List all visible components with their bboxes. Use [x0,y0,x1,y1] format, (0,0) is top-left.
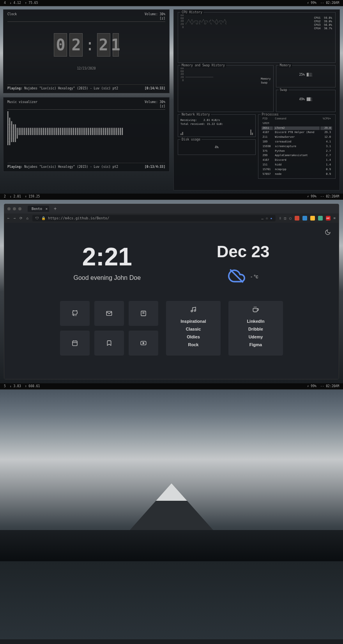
quick-links-grid [60,301,158,356]
extension-adblock-icon[interactable]: ABP [326,216,331,221]
chart-title: Disk usage [180,137,202,142]
swap-gauge: Swap 49% ▓▓░ [276,90,336,112]
theme-toggle-icon[interactable] [325,229,331,236]
net-up: ↑ 159.25 [25,195,40,198]
link-item[interactable]: Udemy [232,333,279,341]
forward-icon[interactable]: → [13,216,15,220]
bookmark-star-icon[interactable]: ★ [270,216,272,220]
disk-usage-gauge: Disk usage 4% [178,139,256,155]
memory-gauge: Memory 25% ▓░░ [276,65,336,87]
coffee-icon [232,306,279,313]
col-cpu[interactable]: %CPU▾ [320,117,332,121]
chart-title: Memory and Swap History [180,63,226,68]
bento-content: 2:21 Good evening John Doe Dec 23 - °c [4,223,339,379]
library-icon[interactable]: ⫴ [279,216,281,221]
account-icon[interactable]: ◯ [289,216,291,220]
clock-status: -- 02:20AM [320,384,339,388]
volume-label: Volume: 30% [145,12,165,16]
extension-icon[interactable] [295,216,299,221]
reader-mode-icon[interactable]: ☉ [266,216,268,220]
extension-icon[interactable] [318,216,323,221]
browser-titlebar: Bento × + [4,204,339,213]
process-row[interactable]: 15930screencapture3.1 [262,145,332,149]
process-row[interactable]: 151hidd1.4 [262,163,332,167]
browser-window: Bento × + ← → ⟳ ⌂ 🛡 🔒 https://m4cs.githu… [4,204,339,379]
process-row[interactable]: 4187Discord PTB Helper (Rend29.3 [262,131,332,135]
extension-icon[interactable] [302,216,307,221]
col-pid[interactable]: PID [262,117,273,121]
process-row[interactable]: 57857node0.9 [262,173,332,176]
process-row[interactable]: 4167Discord1.4 [262,158,332,162]
window-minimize-icon[interactable] [13,207,16,210]
url-more-icon[interactable]: … [261,216,263,220]
window-close-icon[interactable] [7,207,11,210]
link-item[interactable]: Oldies [170,333,217,341]
reload-icon[interactable]: ⟳ [19,216,23,220]
col-mem[interactable]: %MEM [262,122,273,126]
bento-temp: - °c [251,274,258,279]
net-receiving: 2.01 KiB/s [203,119,220,122]
link-item[interactable]: Figma [232,341,279,349]
news-tile[interactable] [129,301,158,326]
window-maximize-icon[interactable] [18,207,21,210]
svg-point-12 [194,310,196,311]
process-row[interactable]: 15761ncmpcpp0.9 [262,168,332,172]
calendar-tile[interactable] [60,331,90,356]
workspace-indicator[interactable]: 2 [4,195,6,198]
tab-close-icon[interactable]: × [46,207,48,211]
net-down: ↓ 2.01 [10,195,21,198]
cpu-legend: CPU1 59.6% CPU2 39.0% CPU3 56.0% CPU4 30… [314,16,332,30]
clock-digit: 0 [54,33,67,57]
youtube-tile[interactable] [129,331,158,356]
clock-digit: 1 [113,33,119,57]
chart-title: Swap [279,88,288,92]
link-item[interactable]: LinkedIn [232,317,279,325]
net-up: ↑ 75.65 [25,1,38,5]
url-text: https://m4cs.github.io/Bento/ [48,216,109,220]
process-row[interactable]: 375Python2.7 [262,149,332,153]
process-row[interactable]: 211WindowServer12.0 [262,135,332,139]
playing-label: Playing: [7,165,23,169]
network-history-chart: Network History Receiving: 2.01 KiB/s To… [178,114,256,137]
home-icon[interactable]: ⌂ [27,216,28,220]
process-row[interactable]: 2651iTerm229.8 [262,126,332,130]
shield-icon[interactable]: 🛡 [35,216,39,220]
bookmark-tile[interactable] [94,331,124,356]
panel-title: Music visualizer [7,100,37,109]
mail-tile[interactable] [94,301,124,326]
link-item[interactable]: Dribble [232,325,279,333]
sidebar-icon[interactable]: ◫ [284,216,286,220]
clock-date: 12/23/2020 [7,66,165,71]
tab-title: Bento [32,207,42,211]
url-bar[interactable]: 🛡 🔒 https://m4cs.github.io/Bento/ … ☉ ★ [32,215,275,221]
github-tile[interactable] [60,301,90,326]
chart-title: Network History [180,112,211,117]
workspace-indicator[interactable]: 5 [4,384,6,388]
status-bar-3: 5 ↓ 3.83 ↑ 660.61 ⚡ 99% -- 02:20AM [0,383,343,390]
mem-swap-history-chart: Memory and Swap History 80604020 ───────… [178,65,274,112]
lock-icon: 🔒 [41,216,46,220]
digital-clock: 0 2 : 2 1 [7,23,165,66]
disk-value: 4% [180,141,253,149]
workspace-indicator[interactable]: 4 [4,1,6,5]
volume-label: Volume: 30% [145,100,165,104]
net-up: ↑ 660.61 [25,384,40,388]
link-item[interactable]: Rock [170,341,217,349]
process-row[interactable]: 189coreaudiod4.1 [262,140,332,144]
chart-title: Processes [261,112,280,117]
battery-status: ⚡ 99% [307,384,316,388]
browser-tab[interactable]: Bento × [28,206,49,212]
music-icon [170,306,217,313]
workspace-3-wallpaper [0,390,343,639]
link-item[interactable]: Classic [170,325,217,333]
col-command[interactable]: Command [274,117,320,121]
extension-icon[interactable] [310,216,315,221]
menu-icon[interactable]: ≡ [334,216,336,220]
new-tab-button[interactable]: + [54,206,57,212]
svg-rect-5 [72,341,77,346]
playing-time: [0:13/4:33] [145,165,165,169]
process-row[interactable]: 299AppleCameraAssistant2.7 [262,154,332,158]
back-icon[interactable]: ← [7,216,9,220]
link-item[interactable]: Inspirational [170,317,217,325]
processes-table: Processes PID Command %CPU▾ %MEM 2651iTe… [258,114,336,179]
